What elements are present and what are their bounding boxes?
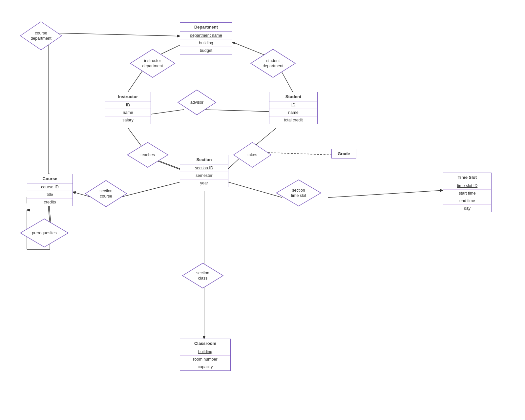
diamond-section-class-label: sectionclass xyxy=(196,270,209,281)
diamond-course-department-label: coursedepartment xyxy=(31,31,51,41)
svg-line-17 xyxy=(228,182,282,198)
svg-line-18 xyxy=(328,190,443,198)
entity-timeslot-title: Time Slot xyxy=(443,173,491,182)
grade-box: Grade xyxy=(331,149,356,158)
entity-student-attr-name: name xyxy=(269,109,317,116)
diamond-student-department: studentdepartment xyxy=(250,49,296,78)
entity-department: Department department name building budg… xyxy=(180,22,232,54)
entity-instructor-title: Instructor xyxy=(105,92,151,101)
entity-student-title: Student xyxy=(269,92,317,101)
entity-section: Section section ID semester year xyxy=(180,155,228,187)
entity-classroom-attr-building: building xyxy=(180,348,230,356)
entity-department-attr-name: department name xyxy=(180,32,232,39)
entity-classroom-attr-capacity: capacity xyxy=(180,363,230,370)
entity-instructor-attr-salary: salary xyxy=(105,116,151,124)
entity-instructor-attr-id: ID xyxy=(105,101,151,109)
entity-course-attr-title: title xyxy=(27,191,73,199)
diamond-section-class: sectionclass xyxy=(182,262,224,289)
diamond-takes-label: takes xyxy=(247,152,257,158)
diamond-instructor-department: instructordepartment xyxy=(130,49,176,78)
diamond-section-timeslot: sectiontime slot xyxy=(276,179,322,207)
diamond-prereq-label: prerequesites xyxy=(32,230,57,236)
entity-course-attr-id: course ID xyxy=(27,183,73,191)
entity-timeslot-attr-id: time slot ID xyxy=(443,182,491,190)
svg-line-0 xyxy=(48,33,180,36)
entity-student-attr-credit: total credit xyxy=(269,116,317,124)
diamond-student-department-label: studentdepartment xyxy=(262,58,283,69)
entity-course: Course course ID title credits xyxy=(27,174,73,206)
entity-classroom: Classroom building room number capacity xyxy=(180,339,231,371)
entity-student: Student ID name total credit xyxy=(269,92,318,124)
entity-classroom-title: Classroom xyxy=(180,339,230,348)
entity-timeslot: Time Slot time slot ID start time end ti… xyxy=(443,173,492,212)
diamond-advisor-label: advisor xyxy=(190,100,203,105)
diamond-section-course-label: sectioncourse xyxy=(99,188,113,199)
diamond-teaches: teaches xyxy=(127,142,169,168)
entity-instructor: Instructor ID name salary xyxy=(105,92,151,124)
entity-timeslot-attr-end: end time xyxy=(443,197,491,205)
entity-course-attr-credits: credits xyxy=(27,199,73,206)
entity-section-title: Section xyxy=(180,155,228,164)
entity-classroom-attr-room: room number xyxy=(180,356,230,363)
diamond-section-course: sectioncourse xyxy=(85,180,127,207)
entity-student-attr-id: ID xyxy=(269,101,317,109)
diamond-course-department: coursedepartment xyxy=(20,21,62,51)
entity-timeslot-attr-day: day xyxy=(443,205,491,212)
entity-section-attr-year: year xyxy=(180,179,228,187)
diamond-section-timeslot-label: sectiontime slot xyxy=(291,188,306,199)
entity-section-attr-id: section ID xyxy=(180,164,228,172)
entity-timeslot-attr-start: start time xyxy=(443,190,491,197)
entity-course-title: Course xyxy=(27,174,73,183)
diamond-teaches-label: teaches xyxy=(140,152,155,158)
entity-department-title: Department xyxy=(180,23,232,32)
entity-instructor-attr-name: name xyxy=(105,109,151,116)
diamond-prereq: prerequesites xyxy=(20,218,69,248)
diamond-advisor: advisor xyxy=(177,89,217,116)
entity-department-attr-building: building xyxy=(180,39,232,47)
diamond-takes: takes xyxy=(233,142,272,168)
diamond-instructor-department-label: instructordepartment xyxy=(142,58,163,69)
entity-section-attr-semester: semester xyxy=(180,172,228,179)
er-diagram: Department department name building budg… xyxy=(0,0,525,420)
entity-department-attr-budget: budget xyxy=(180,47,232,54)
